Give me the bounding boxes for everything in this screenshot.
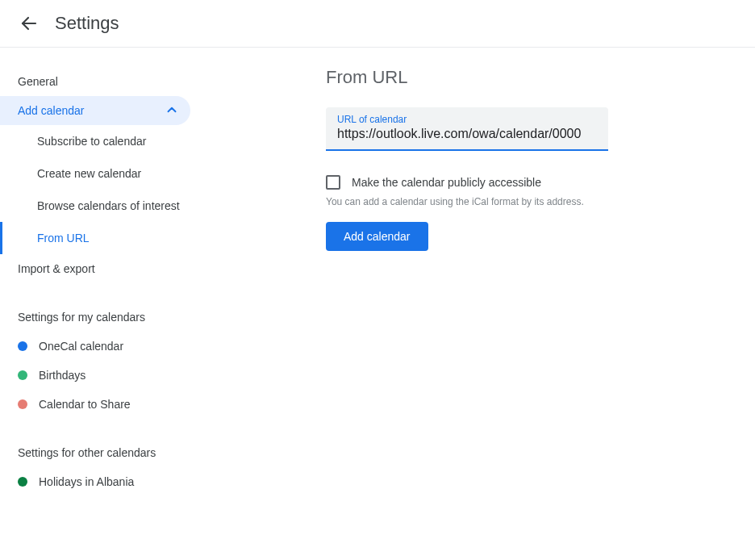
calendar-label: Calendar to Share xyxy=(39,398,131,411)
sidebar-item-import-export[interactable]: Import & export xyxy=(0,254,226,283)
color-dot-icon xyxy=(18,341,27,351)
header: Settings xyxy=(0,0,755,48)
sidebar-calendar-share[interactable]: Calendar to Share xyxy=(0,390,226,419)
sidebar-calendar-onecal[interactable]: OneCal calendar xyxy=(0,332,226,361)
url-input[interactable]: https://outlook.live.com/owa/calendar/00… xyxy=(337,127,597,141)
chevron-up-icon xyxy=(165,102,179,119)
checkbox-label: Make the calendar publicly accessible xyxy=(352,176,541,189)
sidebar-item-from-url[interactable]: From URL xyxy=(0,222,226,254)
add-calendar-button[interactable]: Add calendar xyxy=(326,222,428,251)
calendar-label: Holidays in Albania xyxy=(39,475,134,488)
hint-text: You can add a calendar using the iCal fo… xyxy=(326,196,723,207)
calendar-label: Birthdays xyxy=(39,369,86,382)
sidebar-item-add-calendar[interactable]: Add calendar xyxy=(0,96,190,125)
color-dot-icon xyxy=(18,399,27,409)
public-checkbox-row: Make the calendar publicly accessible xyxy=(326,175,723,190)
sidebar: General Add calendar Subscribe to calend… xyxy=(0,48,226,516)
sidebar-item-label: Add calendar xyxy=(18,104,85,117)
page-title: Settings xyxy=(55,13,119,34)
sidebar-section-my-calendars: Settings for my calendars xyxy=(0,303,226,332)
sidebar-section-other-calendars: Settings for other calendars xyxy=(0,438,226,467)
sidebar-calendar-birthdays[interactable]: Birthdays xyxy=(0,361,226,390)
sidebar-calendar-holidays-albania[interactable]: Holidays in Albania xyxy=(0,467,226,496)
calendar-label: OneCal calendar xyxy=(39,340,123,353)
main-content: From URL URL of calendar https://outlook… xyxy=(226,48,742,516)
sidebar-item-general[interactable]: General xyxy=(0,67,226,96)
url-input-field[interactable]: URL of calendar https://outlook.live.com… xyxy=(326,107,608,151)
back-arrow-icon[interactable] xyxy=(19,14,39,33)
section-title: From URL xyxy=(326,67,723,88)
sidebar-subgroup: Subscribe to calendar Create new calenda… xyxy=(0,125,226,254)
sidebar-item-browse[interactable]: Browse calendars of interest xyxy=(0,190,226,222)
color-dot-icon xyxy=(18,477,27,487)
input-label: URL of calendar xyxy=(337,114,597,125)
color-dot-icon xyxy=(18,370,27,380)
sidebar-item-create-new[interactable]: Create new calendar xyxy=(0,157,226,190)
public-checkbox[interactable] xyxy=(326,175,340,190)
sidebar-item-subscribe[interactable]: Subscribe to calendar xyxy=(0,125,226,157)
